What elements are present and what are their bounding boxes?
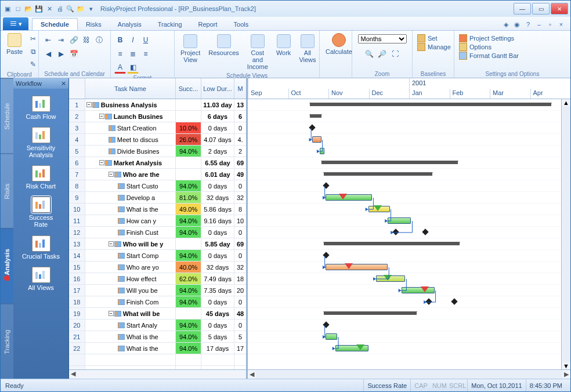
ribbon-tab-tracking[interactable]: Tracking (150, 19, 190, 30)
m-cell[interactable]: 69 (234, 157, 246, 168)
m-cell[interactable]: 2 (234, 146, 246, 157)
m-cell[interactable]: 6 (234, 111, 246, 122)
gantt-row[interactable] (248, 111, 570, 122)
success-cell[interactable]: 94.0% (176, 227, 201, 238)
success-cell[interactable]: 94.0% (176, 343, 201, 354)
duration-cell[interactable]: 6 days (201, 111, 234, 122)
collapse-icon[interactable]: − (99, 114, 104, 119)
print-icon[interactable]: 🖨 (55, 4, 64, 13)
collapse-icon[interactable]: − (109, 311, 114, 316)
side-tab-risks[interactable]: Risks (1, 154, 13, 229)
task-name-cell[interactable]: What is the (85, 331, 176, 342)
gantt-horizontal-scrollbar[interactable]: ◀▶ (248, 369, 570, 379)
row-number[interactable]: 14 (69, 250, 85, 261)
close-button[interactable]: ✕ (551, 3, 568, 14)
success-cell[interactable]: 94.0% (176, 320, 201, 331)
table-row[interactable]: 14Start Comp94.0%0 days0 (69, 250, 246, 262)
zoom-select[interactable]: Months (358, 34, 407, 43)
task-bar[interactable] (326, 194, 372, 201)
row-number[interactable]: 21 (69, 331, 85, 342)
task-bar[interactable] (312, 136, 321, 143)
table-row[interactable]: 22What is the94.0%17 days17 (69, 343, 246, 354)
row-number[interactable]: 7 (69, 169, 85, 180)
task-name-cell[interactable]: Will you be (85, 285, 176, 296)
collapse-icon[interactable]: − (109, 172, 114, 177)
workflow-item-sensitivity-analysis[interactable]: Sensitivity Analysis (13, 124, 68, 162)
gantt-row[interactable] (248, 204, 570, 215)
success-cell[interactable]: 10.0% (176, 122, 201, 133)
workflow-item-crucial-tasks[interactable]: Crucial Tasks (13, 232, 68, 263)
task-bar[interactable] (320, 148, 324, 154)
success-cell[interactable]: 94.0% (176, 250, 201, 261)
row-number[interactable]: 10 (69, 204, 85, 215)
m-cell[interactable]: 5 (234, 331, 246, 342)
task-name-cell[interactable]: −Market Analysis (85, 157, 176, 168)
row-number[interactable]: 3 (69, 122, 85, 133)
task-name-cell[interactable]: Finish Com (85, 296, 176, 307)
task-bar[interactable] (326, 264, 388, 270)
gantt-row[interactable] (248, 134, 570, 146)
side-tab-tracking[interactable]: Tracking (1, 304, 13, 379)
milestone-diamond[interactable] (451, 298, 457, 304)
table-row[interactable]: 10What is the49.0%5.86 days8 (69, 204, 246, 215)
task-name-cell[interactable]: How effect (85, 273, 176, 284)
workflow-close-icon[interactable]: ✕ (61, 80, 66, 88)
outdent-icon[interactable]: ⇤ (42, 34, 54, 46)
col-m[interactable]: M (234, 78, 246, 99)
ribbon-tab-schedule[interactable]: Schedule (32, 18, 78, 30)
m-cell[interactable]: 0 (234, 180, 246, 191)
task-name-cell[interactable]: Finish Cust (85, 227, 176, 238)
ribbon-tab-tools[interactable]: Tools (226, 19, 257, 30)
m-cell[interactable]: 0 (234, 122, 246, 133)
task-name-cell[interactable]: −Launch Busines (85, 111, 176, 122)
options-button[interactable]: Options (458, 43, 520, 51)
task-name-cell[interactable]: Start Creation (85, 122, 176, 133)
duration-cell[interactable]: 45 days (201, 308, 234, 319)
all-views-button[interactable]: All Views (297, 33, 318, 64)
success-cell[interactable]: 94.0% (176, 285, 201, 296)
side-tab-analysis[interactable]: Analysis (1, 228, 13, 304)
task-name-cell[interactable]: −Business Analysis (85, 99, 176, 110)
duration-cell[interactable]: 4.07 days (201, 134, 234, 145)
table-row[interactable]: 17Will you be94.0%7.35 days20 (69, 285, 246, 296)
table-row[interactable]: 12Finish Cust94.0%0 days0 (69, 227, 246, 238)
duration-cell[interactable]: 32 days (201, 192, 234, 203)
m-cell[interactable]: 8 (234, 204, 246, 215)
link-tasks-icon[interactable]: 🔗 (68, 34, 79, 46)
success-cell[interactable]: 26.0% (176, 134, 201, 145)
row-number[interactable]: 17 (69, 285, 85, 296)
resources-button[interactable]: Resources (206, 33, 241, 57)
align-right-icon[interactable]: ≡ (140, 48, 151, 60)
success-cell[interactable] (176, 238, 201, 249)
row-number[interactable]: 15 (69, 262, 85, 273)
calendar-icon[interactable]: 📅 (68, 48, 79, 60)
duration-cell[interactable]: 9.16 days (201, 215, 234, 226)
collapse-icon[interactable]: − (109, 241, 114, 246)
table-row[interactable]: 16How effect62.0%7.49 days18 (69, 273, 246, 285)
gantt-row[interactable] (248, 262, 570, 273)
table-row[interactable]: 4Meet to discus26.0%4.07 days4. (69, 134, 246, 146)
duration-cell[interactable]: 0 days (201, 296, 234, 307)
mdi-restore-icon[interactable]: ▫ (545, 21, 555, 30)
task-name-cell[interactable]: Start Analy (85, 320, 176, 331)
help-icon[interactable]: ? (523, 21, 533, 30)
zoom-fit-icon[interactable]: ⛶ (389, 48, 401, 60)
table-row[interactable]: 3Start Creation10.0%0 days0 (69, 122, 246, 134)
col-task-name[interactable]: Task Name (85, 78, 176, 99)
gantt-row[interactable] (248, 296, 570, 308)
fill-color-icon[interactable]: ◧ (127, 62, 139, 74)
project-view-button[interactable]: Project View (178, 33, 203, 64)
manage-baseline-button[interactable]: Manage (416, 43, 452, 51)
row-number[interactable]: 4 (69, 134, 85, 145)
gantt-row[interactable] (248, 215, 570, 227)
task-name-cell[interactable]: Who are yo (85, 262, 176, 273)
col-low-dur[interactable]: Low Dur... (201, 78, 234, 99)
milestone-diamond[interactable] (323, 252, 329, 258)
m-cell[interactable]: 13 (234, 99, 246, 110)
gantt-row[interactable] (248, 331, 570, 343)
gantt-row[interactable] (248, 320, 570, 331)
task-name-cell[interactable]: Develop a (85, 192, 176, 203)
set-baseline-button[interactable]: Set (416, 34, 452, 42)
minimize-button[interactable]: — (514, 3, 531, 14)
gantt-row[interactable] (248, 146, 570, 157)
